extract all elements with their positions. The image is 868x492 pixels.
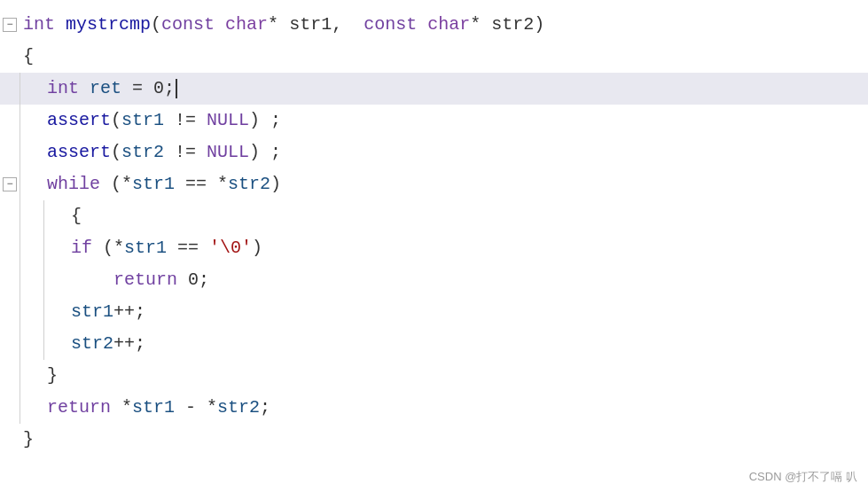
token-plain: ( xyxy=(111,110,121,130)
token-plain: ) xyxy=(252,238,262,258)
code-line: −int mystrcmp(const char* str1, const ch… xyxy=(0,9,868,41)
token-kw: return xyxy=(47,397,111,418)
token-param: str1 xyxy=(289,14,332,35)
token-plain xyxy=(177,269,188,290)
line-content: while (*str1 == *str2) xyxy=(43,168,868,200)
code-line: { xyxy=(0,200,868,232)
token-var: str2 xyxy=(217,397,260,418)
token-var: str2 xyxy=(71,333,113,354)
token-kw: while xyxy=(47,174,100,194)
text-cursor xyxy=(176,79,177,98)
token-plain: = xyxy=(121,78,153,98)
token-plain: ) ; xyxy=(249,110,281,130)
code-line: return *str1 - *str2; xyxy=(0,392,868,424)
token-type: char xyxy=(427,14,470,35)
token-plain: * xyxy=(470,14,491,35)
token-plain xyxy=(196,110,207,130)
indent-guide xyxy=(20,200,20,232)
token-plain: * xyxy=(207,174,228,194)
token-var: str1 xyxy=(71,301,113,322)
collapse-button[interactable]: − xyxy=(3,177,17,191)
code-line: int ret = 0; xyxy=(0,73,868,105)
token-plain: (* xyxy=(92,238,124,258)
token-plain: ( xyxy=(111,142,121,162)
token-plain: ) xyxy=(534,14,544,35)
indent-guide xyxy=(43,264,44,296)
token-plain: } xyxy=(47,365,58,386)
indent-guide xyxy=(20,360,20,392)
token-plain xyxy=(199,238,209,258)
token-kw: NULL xyxy=(207,142,249,162)
token-plain xyxy=(167,238,177,258)
line-content: str2++; xyxy=(67,328,868,360)
indent-guide xyxy=(20,168,20,200)
token-plain xyxy=(215,14,225,35)
indent-guide xyxy=(20,392,20,424)
indent-guide xyxy=(20,232,20,264)
indent-guide xyxy=(20,73,20,105)
token-num: 0 xyxy=(153,78,164,98)
token-plain xyxy=(164,142,175,162)
code-line: { xyxy=(0,41,868,73)
token-plain: ; xyxy=(199,269,209,290)
collapse-button[interactable]: − xyxy=(3,18,17,32)
token-plain: (* xyxy=(100,174,132,194)
token-plain: } xyxy=(23,429,34,449)
token-var: ret xyxy=(90,78,121,98)
token-fn: mystrcmp xyxy=(66,14,151,35)
indent-guide xyxy=(20,264,20,296)
line-content: } xyxy=(43,360,868,392)
token-plain xyxy=(79,78,90,98)
token-plain: , xyxy=(332,14,364,35)
token-var: str2 xyxy=(121,142,164,162)
token-plain: * xyxy=(268,14,289,35)
code-line: str1++; xyxy=(0,296,868,328)
watermark: CSDN @打不了嗝 叭 xyxy=(749,469,857,485)
token-plain: ; xyxy=(260,397,270,418)
token-var: str1 xyxy=(124,238,167,258)
code-line: assert(str2 != NULL) ; xyxy=(0,137,868,168)
token-plain: ( xyxy=(151,14,161,35)
token-fn: assert xyxy=(47,110,111,130)
code-area: −int mystrcmp(const char* str1, const ch… xyxy=(0,0,868,465)
token-kw: const xyxy=(364,14,417,35)
token-plain xyxy=(164,110,175,130)
token-kw: if xyxy=(71,238,92,258)
token-op: != xyxy=(175,110,196,130)
token-type: char xyxy=(225,14,268,35)
token-plain xyxy=(175,174,185,194)
token-kw: int xyxy=(47,78,79,98)
token-plain xyxy=(55,14,66,35)
line-content: assert(str1 != NULL) ; xyxy=(43,105,868,137)
token-plain xyxy=(417,14,427,35)
token-param: str2 xyxy=(491,14,534,35)
code-line: str2++; xyxy=(0,328,868,360)
line-content: assert(str2 != NULL) ; xyxy=(43,137,868,168)
line-content: return *str1 - *str2; xyxy=(43,392,868,424)
token-plain: { xyxy=(71,206,82,226)
indent-guide xyxy=(43,296,44,328)
indent-guide xyxy=(20,328,20,360)
token-var: str1 xyxy=(121,110,164,130)
code-line: } xyxy=(0,360,868,392)
line-content: { xyxy=(20,41,868,73)
token-plain: ++; xyxy=(113,333,145,354)
token-op: == xyxy=(177,238,199,258)
token-plain: * xyxy=(111,397,132,418)
token-str: '\0' xyxy=(209,238,252,258)
line-content: if (*str1 == '\0') xyxy=(67,232,868,264)
indent-guide xyxy=(43,200,44,232)
token-plain: ++; xyxy=(113,301,145,322)
token-plain: ; xyxy=(164,78,175,98)
token-op: == xyxy=(185,174,207,194)
token-plain: { xyxy=(23,46,34,66)
token-var: str2 xyxy=(228,174,270,194)
code-line: } xyxy=(0,424,868,456)
code-line: −while (*str1 == *str2) xyxy=(0,168,868,200)
token-op: != xyxy=(175,142,196,162)
indent-guide xyxy=(20,105,20,137)
token-kw: NULL xyxy=(207,110,249,130)
token-num: 0 xyxy=(188,269,199,290)
token-plain: ) xyxy=(270,174,281,194)
code-editor: −int mystrcmp(const char* str1, const ch… xyxy=(0,0,868,492)
